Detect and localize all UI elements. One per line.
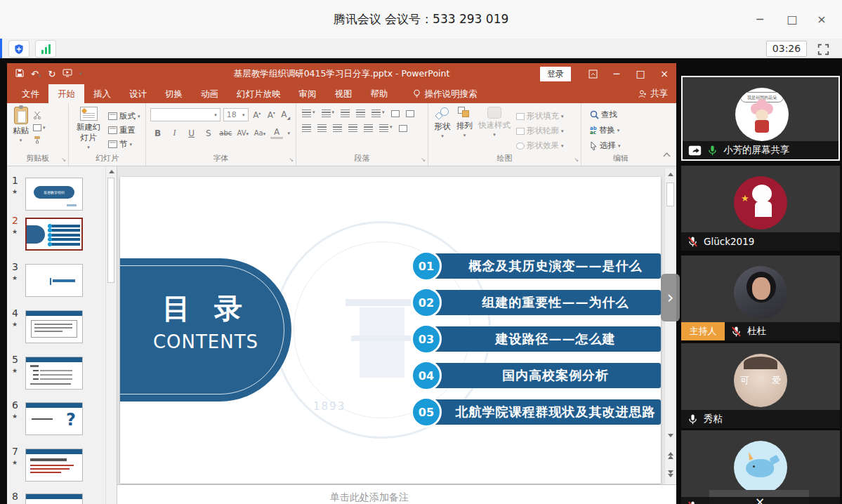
fullscreen-icon[interactable] bbox=[815, 41, 831, 57]
font-size-combo[interactable]: 18▾ bbox=[223, 108, 249, 121]
ribbon-tab-审阅[interactable]: 审阅 bbox=[290, 84, 326, 103]
numbering-icon[interactable]: ▾ bbox=[322, 110, 335, 117]
close-icon[interactable]: × bbox=[755, 495, 765, 504]
distribute-icon[interactable] bbox=[364, 124, 373, 132]
participant-tile[interactable]: 主持人 杜杜 bbox=[681, 256, 840, 340]
save-icon[interactable] bbox=[15, 69, 24, 79]
shape-fill-button[interactable]: 形状填充▾ bbox=[516, 110, 564, 123]
text-direction-icon[interactable] bbox=[391, 110, 400, 117]
line-spacing-icon[interactable]: ▾ bbox=[371, 110, 385, 117]
redo-icon[interactable]: ↻ bbox=[48, 69, 55, 79]
ppt-minimize-button[interactable]: ─ bbox=[605, 63, 629, 84]
signin-button[interactable]: 登录 bbox=[540, 67, 571, 81]
select-button[interactable]: 选择▾ bbox=[590, 139, 660, 152]
collapse-ribbon-icon[interactable] bbox=[664, 153, 671, 160]
ribbon-tab-动画[interactable]: 动画 bbox=[192, 84, 228, 103]
new-slide-button[interactable]: 新建幻灯片▾ bbox=[74, 107, 103, 151]
font-color-icon[interactable]: A bbox=[270, 127, 282, 139]
reset-button[interactable]: 重置 bbox=[108, 124, 140, 137]
italic-icon[interactable]: I bbox=[169, 128, 180, 138]
security-shield-icon[interactable] bbox=[8, 40, 29, 58]
strikethrough-icon[interactable]: abc bbox=[219, 129, 232, 137]
shrink-font-icon[interactable]: A▾ bbox=[265, 110, 277, 120]
text-shadow-icon[interactable]: S bbox=[202, 128, 214, 138]
participant-tile[interactable]: × bbox=[681, 430, 840, 504]
slide-thumbnail-6[interactable]: ? bbox=[25, 402, 83, 435]
ribbon-display-options-icon[interactable] bbox=[581, 63, 605, 84]
cut-icon[interactable] bbox=[33, 109, 46, 122]
align-center-icon[interactable] bbox=[317, 124, 327, 132]
ppt-close-button[interactable]: × bbox=[652, 63, 676, 84]
start-slideshow-icon[interactable] bbox=[63, 69, 72, 79]
toc-item: 北航学院课程群现状及其改进思路 05 bbox=[411, 397, 661, 427]
underline-icon[interactable]: U bbox=[185, 128, 197, 138]
shapes-button[interactable]: 形状▾ bbox=[434, 107, 451, 152]
qat-customize-icon[interactable]: ▾ bbox=[79, 71, 82, 77]
participant-name: Glück2019 bbox=[704, 236, 754, 247]
smartart-convert-icon[interactable] bbox=[399, 125, 407, 132]
animation-star-icon: ★ bbox=[12, 274, 18, 281]
ppt-maximize-button[interactable]: □ bbox=[629, 63, 652, 84]
slide-number: 2 bbox=[12, 215, 18, 226]
clear-format-icon[interactable]: A◢ bbox=[280, 110, 292, 120]
participant-tile[interactable]: 我是祖国的花朵 小芳的屏幕共享 bbox=[681, 76, 840, 161]
slide-number: 6 bbox=[12, 399, 18, 411]
format-painter-icon[interactable] bbox=[33, 133, 46, 147]
meeting-close-button[interactable]: × bbox=[807, 0, 836, 39]
char-spacing-icon[interactable]: AV▾ bbox=[237, 129, 249, 137]
slide-thumbnail-7[interactable] bbox=[25, 449, 83, 482]
ribbon-tab-设计[interactable]: 设计 bbox=[120, 84, 156, 103]
ribbon-tab-幻灯片放映[interactable]: 幻灯片放映 bbox=[228, 84, 290, 103]
slide-thumbnail-1[interactable]: 基层教学组织 bbox=[25, 178, 83, 211]
participant-tile[interactable]: ★ Glück2019 bbox=[681, 166, 840, 251]
ribbon-tab-帮助[interactable]: 帮助 bbox=[362, 84, 397, 103]
slide-thumbnail-panel[interactable]: 1 ★ 基层教学组织2 ★ 3 ★ 4 ★ 5 ★ 6 ★ ?7 ★ 8 ★ bbox=[7, 166, 117, 504]
decrease-indent-icon[interactable] bbox=[341, 110, 350, 117]
slide-thumbnail-8[interactable] bbox=[25, 493, 83, 504]
arrange-button[interactable]: 排列▾ bbox=[456, 107, 473, 152]
section-button[interactable]: 节▾ bbox=[108, 138, 140, 151]
paste-button[interactable]: 粘贴▾ bbox=[13, 107, 29, 147]
layout-button[interactable]: 版式▾ bbox=[108, 110, 140, 123]
find-button[interactable]: 查找 bbox=[590, 108, 660, 121]
slide-thumbnail-2[interactable] bbox=[25, 218, 83, 251]
network-signal-icon[interactable] bbox=[35, 40, 56, 58]
grow-font-icon[interactable]: A▴ bbox=[251, 110, 263, 120]
shape-effects-button[interactable]: 形状效果▾ bbox=[516, 139, 564, 152]
search-icon bbox=[590, 110, 599, 119]
columns-icon[interactable]: ▾ bbox=[379, 124, 393, 132]
copy-icon[interactable]: ▾ bbox=[33, 124, 46, 131]
slide-thumbnail-5[interactable] bbox=[25, 357, 83, 390]
replace-button[interactable]: abac 替换▾ bbox=[590, 124, 660, 137]
panel-collapse-handle[interactable]: › bbox=[661, 274, 680, 321]
tell-me-search[interactable]: 操作说明搜索 bbox=[413, 84, 478, 103]
mic-icon bbox=[706, 145, 718, 157]
ribbon-tab-开始[interactable]: 开始 bbox=[48, 84, 84, 103]
shape-outline-button[interactable]: 形状轮廓▾ bbox=[516, 124, 564, 138]
undo-icon[interactable]: ↶▾ bbox=[31, 69, 41, 79]
share-button[interactable]: 共享 bbox=[638, 84, 668, 103]
change-case-icon[interactable]: Aa▾ bbox=[254, 129, 265, 137]
meeting-maximize-button[interactable]: □ bbox=[777, 0, 807, 39]
bullets-icon[interactable]: ▾ bbox=[302, 110, 315, 117]
participant-tile[interactable]: 可 爱 秀粘 bbox=[681, 343, 840, 428]
slide-canvas[interactable]: 1893 目 录 CONTENTS 概念及其历史演变——是什么 01 组建的重要… bbox=[120, 177, 661, 484]
ribbon-tab-文件[interactable]: 文件 bbox=[13, 84, 48, 103]
align-right-icon[interactable] bbox=[333, 124, 342, 132]
align-text-icon[interactable] bbox=[406, 110, 414, 117]
increase-indent-icon[interactable] bbox=[356, 110, 365, 117]
slide-scrollbar[interactable] bbox=[664, 168, 676, 484]
bold-icon[interactable]: B bbox=[152, 128, 164, 138]
align-left-icon[interactable] bbox=[302, 124, 311, 132]
quick-styles-button[interactable]: 快速样式▾ bbox=[478, 107, 511, 152]
justify-icon[interactable] bbox=[348, 124, 357, 132]
font-name-combo[interactable]: ▾ bbox=[150, 108, 221, 121]
ribbon-tab-视图[interactable]: 视图 bbox=[326, 84, 362, 103]
slide-thumbnail-4[interactable] bbox=[25, 310, 83, 343]
thumbnail-scrollbar[interactable] bbox=[105, 166, 116, 504]
ribbon-tab-插入[interactable]: 插入 bbox=[84, 84, 120, 103]
slide-thumbnail-3[interactable] bbox=[25, 264, 83, 297]
meeting-minimize-button[interactable]: ─ bbox=[745, 0, 775, 39]
notes-pane[interactable]: 单击此处添加备注 bbox=[117, 484, 676, 504]
ribbon-tab-切换[interactable]: 切换 bbox=[156, 84, 192, 103]
